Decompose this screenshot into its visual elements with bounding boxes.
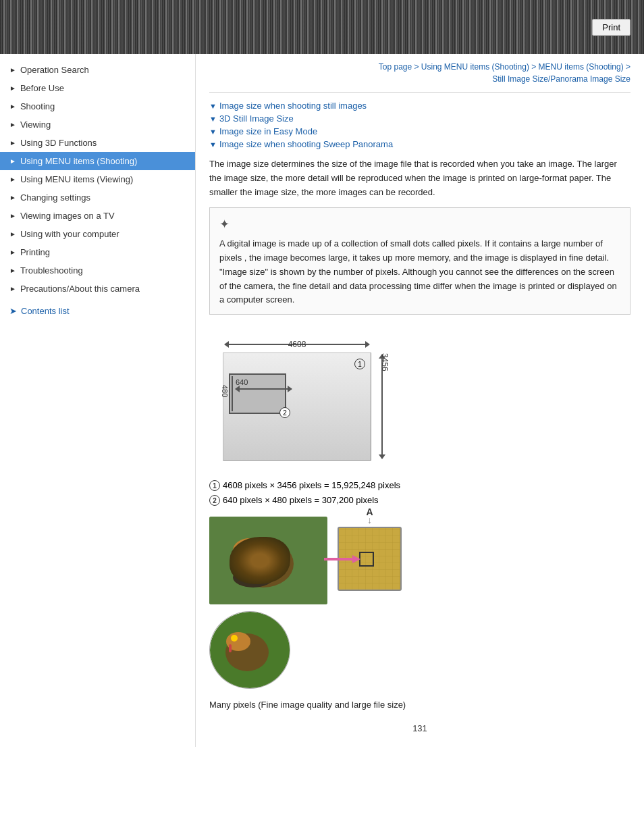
svg-rect-0 — [209, 517, 327, 604]
sidebar-item-using-computer[interactable]: ► Using with your computer — [0, 225, 195, 243]
body-text-1: The image size determines the size of th… — [209, 157, 630, 199]
arrow-icon: ► — [9, 267, 16, 274]
sidebar-item-label: Precautions/About this camera — [20, 284, 140, 294]
sidebar-item-operation-search[interactable]: ► Operation Search — [0, 61, 195, 79]
sidebar-item-troubleshooting[interactable]: ► Troubleshooting — [0, 261, 195, 280]
arrow-icon: ► — [9, 230, 16, 238]
breadcrumb-part2[interactable]: Using MENU items (Shooting) — [421, 62, 529, 72]
toc-link-4[interactable]: Image size when shooting Sweep Panorama — [219, 139, 393, 149]
diagram-box: 4608 3456 1 640 480 — [223, 353, 371, 461]
sidebar-item-viewing[interactable]: ► Viewing — [0, 115, 195, 134]
svg-marker-7 — [352, 555, 360, 563]
label-640: 640 — [236, 378, 248, 386]
sidebar-item-before-use[interactable]: ► Before Use — [0, 79, 195, 97]
svg-rect-12 — [229, 644, 232, 652]
sidebar-item-viewing-tv[interactable]: ► Viewing images on a TV — [0, 207, 195, 225]
toc-item-1: ▼ Image size when shooting still images — [209, 101, 630, 111]
sidebar-item-3d-functions[interactable]: ► Using 3D Functions — [0, 134, 195, 152]
sidebar-item-label: Changing settings — [20, 192, 90, 203]
svg-point-3 — [240, 542, 248, 550]
sidebar-item-label: Using with your computer — [20, 229, 119, 239]
triangle-icon: ▼ — [209, 102, 217, 110]
pink-arrow-container — [324, 554, 361, 567]
circle-num-2: 2 — [209, 495, 220, 506]
breadcrumb-sep2: > — [529, 62, 539, 72]
breadcrumb-part1[interactable]: Top page — [379, 62, 412, 72]
divider — [209, 92, 630, 93]
pixel-text-1: 4608 pixels × 3456 pixels = 15,925,248 p… — [223, 480, 400, 490]
contents-list-link[interactable]: ➤ Contents list — [0, 301, 195, 321]
sidebar-item-menu-viewing[interactable]: ► Using MENU items (Viewing) — [0, 170, 195, 188]
arrow-icon: ► — [9, 157, 16, 165]
note-box: ✦ A digital image is made up of a collec… — [209, 207, 630, 315]
breadcrumb: Top page > Using MENU items (Shooting) >… — [209, 61, 630, 85]
pixel-item-2: 2 640 pixels × 480 pixels = 307,200 pixe… — [209, 495, 630, 506]
caption-text: Many pixels (Fine image quality and larg… — [209, 700, 630, 710]
sidebar-item-label: Shooting — [20, 101, 55, 111]
arrow-icon: ► — [9, 249, 16, 256]
header-bar: Print — [0, 0, 644, 54]
arrow-icon: ► — [9, 84, 16, 92]
bird-svg-small — [210, 612, 290, 689]
note-text: A digital image is made up of a collecti… — [219, 238, 617, 305]
sidebar-item-label: Using MENU items (Shooting) — [20, 156, 137, 166]
arrow-icon: ► — [9, 139, 16, 147]
toc-link-3[interactable]: Image size in Easy Mode — [219, 126, 317, 136]
bird-image-small — [209, 611, 290, 689]
page-number: 131 — [209, 723, 630, 733]
circle-1: 1 — [354, 359, 365, 369]
sidebar-item-label: Before Use — [20, 83, 64, 93]
toc-list: ▼ Image size when shooting still images … — [209, 101, 630, 149]
sidebar-item-precautions[interactable]: ► Precautions/About this camera — [0, 280, 195, 298]
sidebar-item-label: Using 3D Functions — [20, 138, 97, 148]
sidebar: ► Operation Search ► Before Use ► Shooti… — [0, 54, 196, 747]
pink-arrow-svg — [324, 554, 361, 565]
arrow-down: ↓ — [367, 515, 372, 525]
print-button[interactable]: Print — [592, 19, 630, 36]
toc-link-1[interactable]: Image size when shooting still images — [219, 101, 367, 111]
breadcrumb-sep1: > — [412, 62, 421, 72]
svg-point-2 — [233, 538, 267, 563]
toc-item-4: ▼ Image size when shooting Sweep Panoram… — [209, 139, 630, 149]
bird-image-large — [209, 517, 327, 604]
sidebar-item-label: Troubleshooting — [20, 265, 83, 276]
toc-link-2[interactable]: 3D Still Image Size — [219, 113, 294, 124]
sidebar-item-menu-shooting[interactable]: ► Using MENU items (Shooting) — [0, 152, 195, 170]
triangle-icon: ▼ — [209, 140, 217, 149]
breadcrumb-part3[interactable]: MENU items (Shooting) — [539, 62, 624, 72]
pixel-text-2: 640 pixels × 480 pixels = 307,200 pixels — [223, 495, 379, 505]
sidebar-item-label: Viewing — [20, 120, 51, 130]
arrow-640 — [236, 388, 292, 390]
circle-num-1: 1 — [209, 480, 220, 491]
svg-rect-5 — [236, 554, 240, 564]
label-3456: 3456 — [380, 353, 390, 460]
breadcrumb-sep3: > — [624, 62, 630, 72]
arrow-icon: ► — [9, 194, 16, 201]
sidebar-item-printing[interactable]: ► Printing — [0, 243, 195, 261]
contents-link-label: Contents list — [21, 306, 70, 316]
note-icon: ✦ — [219, 215, 620, 234]
label-480: 480 — [221, 385, 229, 397]
sidebar-item-label: Printing — [20, 247, 50, 257]
arrow-icon: ► — [9, 121, 16, 128]
inner-diagram-box: 640 480 2 — [229, 373, 286, 414]
arrow-icon: ► — [9, 176, 16, 183]
svg-point-11 — [231, 635, 238, 642]
arrow-icon: ► — [9, 66, 16, 74]
bird-section: A ↓ — [209, 517, 630, 689]
bird-row-bottom — [209, 611, 630, 689]
sidebar-item-shooting[interactable]: ► Shooting — [0, 97, 195, 115]
diagram-area: 4608 3456 1 640 480 — [209, 332, 371, 467]
bird-row-top: A ↓ — [209, 517, 630, 604]
sidebar-item-label: Using MENU items (Viewing) — [20, 174, 133, 184]
circle-2: 2 — [279, 407, 290, 418]
sidebar-item-changing-settings[interactable]: ► Changing settings — [0, 188, 195, 207]
triangle-icon: ▼ — [209, 115, 217, 123]
arrow-icon: ► — [9, 103, 16, 110]
pixel-indicator — [359, 552, 374, 567]
main-content: Top page > Using MENU items (Shooting) >… — [196, 54, 644, 747]
arrow-480 — [232, 376, 233, 411]
arrow-icon: ► — [9, 212, 16, 219]
bird-photo-container — [209, 517, 327, 604]
svg-point-4 — [233, 567, 273, 588]
